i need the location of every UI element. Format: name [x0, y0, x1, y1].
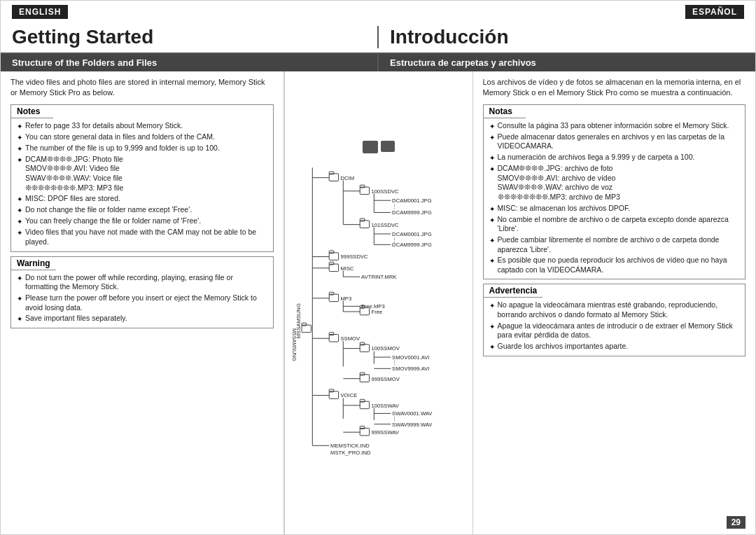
bullet-icon: ✦	[17, 144, 22, 153]
warning-text: Do not turn the power off while recordin…	[25, 273, 267, 292]
page-number-area: 29	[483, 513, 746, 529]
notes-box-es: Notas ✦Consulte la página 33 para obtene…	[483, 104, 746, 280]
intro-text-en: The video files and photo files are stor…	[10, 77, 274, 99]
list-item: ✦Puede cambiar libremente el nombre de a…	[489, 235, 740, 254]
bullet-icon: ✦	[489, 322, 495, 340]
bullet-icon: ✦	[489, 165, 495, 202]
svg-rect-27	[329, 252, 338, 260]
note-text: MISC: DPOF files are stored.	[25, 194, 120, 204]
list-item: ✦No apague la videocámara mientras esté …	[489, 300, 740, 319]
page: ENGLISH ESPAÑOL Getting Started Introduc…	[0, 0, 756, 535]
note-text: You can freely change the file or folder…	[25, 216, 201, 226]
section-header-spanish: Estructura de carpetas y archivos	[379, 54, 755, 71]
warning-content-es: ✦No apague la videocámara mientras esté …	[484, 298, 746, 356]
bullet-icon: ✦	[17, 195, 22, 204]
right-panel: Los archivos de vídeo y de fotos se alma…	[473, 71, 756, 534]
svg-text:DCAM0001.JPG: DCAM0001.JPG	[392, 230, 432, 237]
bullet-icon: ✦	[17, 133, 22, 142]
svg-rect-65	[360, 374, 369, 382]
note-text: La numeración de archivos llega a 9.999 …	[498, 153, 695, 162]
diagram-panel: DCIM 100SSDVC DCAM0001.JPG ⋮ DCAM9999.JP…	[284, 71, 473, 534]
title-row: Getting Started Introducción	[1, 23, 755, 54]
list-item: ✦You can freely change the file or folde…	[17, 216, 267, 226]
svg-text:SMOV0001.AVI: SMOV0001.AVI	[392, 354, 429, 360]
note-text: Puede cambiar libremente el nombre de ar…	[498, 235, 740, 254]
list-item: ✦Do not change the file or folder name e…	[17, 205, 267, 215]
bullet-icon: ✦	[489, 204, 495, 214]
list-item: ✦Es posible que no pueda reproducir los …	[489, 256, 740, 275]
list-item: ✦Guarde los archivos importantes aparte.	[489, 342, 740, 352]
svg-text:DCAM9999.JPG: DCAM9999.JPG	[392, 242, 432, 248]
svg-text:Free: Free	[371, 308, 382, 314]
notes-title-es: Notas	[484, 105, 526, 118]
note-text: No cambie el nombre de archivo o de carp…	[498, 215, 740, 234]
memory-stick-icon	[381, 141, 395, 152]
bullet-icon: ✦	[17, 155, 22, 193]
title-divider	[377, 26, 379, 48]
warning-box-en: Warning ✦Do not turn the power off while…	[10, 256, 274, 329]
warning-title-es: Advertencia	[484, 284, 543, 298]
lang-espanol: ESPAÑOL	[685, 5, 744, 19]
notes-title-en: Notes	[11, 105, 53, 118]
svg-text:101SSDVC: 101SSDVC	[371, 221, 399, 228]
svg-text:SWAV0001.WAV: SWAV0001.WAV	[392, 410, 433, 417]
bullet-icon: ✦	[17, 217, 22, 226]
list-item: ✦DCAM❊❊❊❊.JPG: Photo fileSMOV❊❊❊❊.AVI: V…	[17, 155, 267, 193]
note-text: You can store general data in files and …	[25, 132, 215, 142]
svg-text:SSMOV: SSMOV	[340, 335, 360, 342]
memory-icon	[363, 141, 378, 153]
note-text: Video files that you have not made with …	[25, 228, 267, 246]
svg-rect-39	[329, 294, 338, 302]
warning-text: Please turn the power off before you ins…	[25, 293, 267, 312]
svg-rect-55	[360, 344, 369, 352]
note-text: DCAM❊❊❊❊.JPG: Photo fileSMOV❊❊❊❊.AVI: Vi…	[25, 155, 123, 193]
warning-text: Apague la videocámara antes de introduci…	[498, 321, 740, 340]
svg-text:VOICE: VOICE	[340, 392, 357, 398]
svg-text:100SSDVC: 100SSDVC	[371, 188, 399, 194]
notes-content-en: ✦Refer to page 33 for details about Memo…	[11, 118, 273, 251]
svg-text:100SSMOV: 100SSMOV	[371, 345, 400, 352]
svg-text:MSTK_PRO.IND: MSTK_PRO.IND	[330, 449, 371, 455]
note-text: Refer to page 33 for details about Memor…	[25, 121, 183, 131]
list-item: ✦Please turn the power off before you in…	[17, 293, 267, 312]
bullet-icon: ✦	[17, 122, 22, 131]
list-item: ✦The number of the file is up to 9,999 a…	[17, 144, 267, 153]
svg-text:MSSAMSUNG: MSSAMSUNG	[290, 328, 296, 361]
bullet-icon: ✦	[17, 274, 22, 292]
bullet-icon: ✦	[17, 228, 22, 246]
intro-text-es: Los archivos de vídeo y de fotos se alma…	[483, 77, 746, 99]
svg-text:SWAV9999.WAV: SWAV9999.WAV	[392, 421, 433, 427]
svg-text:⋮: ⋮	[392, 203, 397, 208]
svg-text:MEMSTICK.IND: MEMSTICK.IND	[330, 443, 370, 449]
svg-rect-50	[329, 334, 338, 342]
list-item: ✦La numeración de archivos llega a 9.999…	[489, 153, 740, 162]
warning-text: Save important files separately.	[25, 314, 127, 324]
svg-text:999SSDVC: 999SSDVC	[340, 253, 368, 260]
note-text: Es posible que no pueda reproducir los a…	[498, 256, 740, 275]
svg-text:MISC: MISC	[340, 265, 354, 271]
file-tree-diagram: DCIM 100SSDVC DCAM0001.JPG ⋮ DCAM9999.JP…	[288, 158, 469, 466]
svg-text:⋮: ⋮	[392, 415, 397, 420]
lang-english: ENGLISH	[12, 5, 68, 19]
list-item: ✦MISC: se almacenan los archivos DPOF.	[489, 204, 740, 214]
main-content: The video files and photo files are stor…	[1, 71, 755, 534]
warning-title-en: Warning	[11, 257, 56, 270]
svg-text:⋮: ⋮	[392, 359, 397, 364]
svg-text:999SSMOV: 999SSMOV	[371, 375, 400, 382]
svg-text:DCAM9999.JPG: DCAM9999.JPG	[392, 209, 432, 216]
svg-text:999SSWAV: 999SSWAV	[371, 429, 399, 436]
section-headers: Structure of the Folders and Files Estru…	[1, 54, 755, 71]
bullet-icon: ✦	[17, 294, 22, 312]
svg-rect-31	[329, 264, 338, 272]
bullet-icon: ✦	[489, 301, 495, 319]
title-spanish: Introducción	[390, 26, 744, 48]
svg-text:AVTRINT.MRK: AVTRINT.MRK	[361, 274, 397, 280]
warning-text: Guarde los archivos importantes aparte.	[498, 342, 629, 352]
left-panel: The video files and photo files are stor…	[1, 71, 284, 534]
bullet-icon: ✦	[489, 342, 495, 352]
list-item: ✦Save important files separately.	[17, 314, 267, 324]
list-item: ✦Do not turn the power off while recordi…	[17, 273, 267, 292]
list-item: ✦Consulte la página 33 para obtener info…	[489, 121, 740, 131]
warning-box-es: Advertencia ✦No apague la videocámara mi…	[483, 284, 746, 356]
bullet-icon: ✦	[489, 153, 495, 162]
